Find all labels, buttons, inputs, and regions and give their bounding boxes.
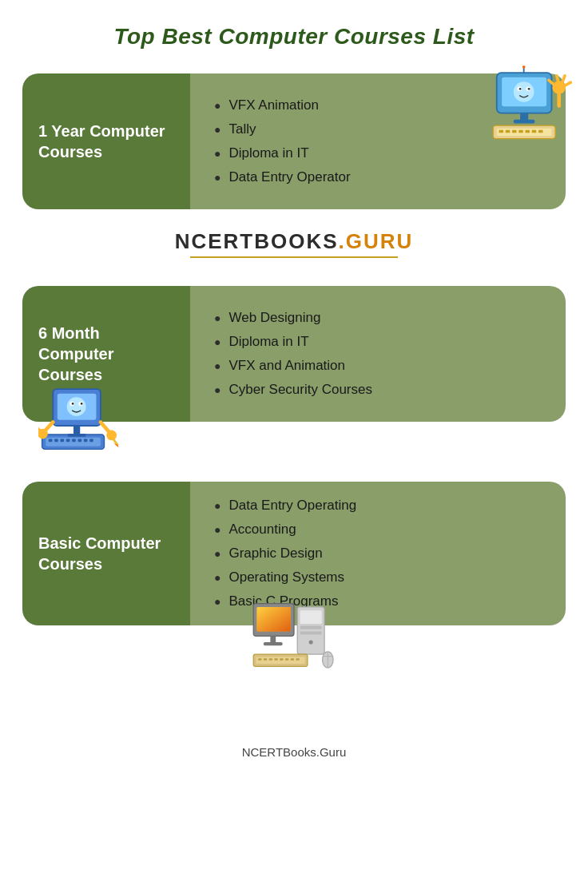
svg-rect-55 (300, 626, 322, 629)
card-right-6-month: Web Designing Diploma in IT VFX and Anim… (190, 286, 566, 422)
card-label-basic: Basic Computer Courses (38, 533, 174, 574)
svg-rect-33 (78, 439, 82, 442)
card-basic: Basic Computer Courses Data Entry Operat… (22, 482, 566, 625)
computer-icon-3 (250, 593, 338, 681)
brand-name: NCERTBOOKS (175, 229, 339, 253)
svg-rect-34 (84, 439, 88, 442)
svg-rect-56 (300, 631, 322, 634)
svg-rect-29 (54, 439, 58, 442)
svg-rect-71 (291, 658, 294, 661)
svg-rect-72 (296, 658, 300, 661)
svg-rect-12 (497, 129, 552, 136)
card-1-year: 1 Year Computer Courses VFX Animation Ta… (22, 73, 566, 209)
card-list-basic: Data Entry Operating Accounting Graphic … (214, 498, 550, 609)
svg-rect-9 (520, 113, 528, 121)
card-left-1-year: 1 Year Computer Courses (22, 73, 190, 209)
svg-rect-35 (89, 439, 93, 442)
svg-rect-66 (264, 658, 267, 661)
svg-rect-43 (74, 426, 80, 435)
svg-rect-17 (526, 130, 530, 133)
svg-point-50 (106, 430, 117, 440)
svg-rect-16 (518, 130, 522, 133)
card-label-6-month: 6 Month Computer Courses (38, 323, 174, 385)
card-left-basic: Basic Computer Courses (22, 482, 190, 625)
list-item: Diploma in IT (214, 145, 550, 161)
svg-point-38 (67, 397, 86, 416)
list-item: Graphic Design (214, 546, 550, 562)
brand-accent: .GURU (339, 229, 414, 253)
svg-rect-19 (538, 130, 542, 133)
svg-point-2 (514, 81, 534, 102)
svg-point-6 (528, 88, 530, 90)
list-item: Cyber Security Courses (214, 382, 550, 398)
svg-rect-10 (514, 120, 535, 124)
page-title: Top Best Computer Courses List (113, 24, 474, 50)
svg-rect-32 (72, 439, 76, 442)
svg-line-24 (562, 76, 565, 81)
svg-rect-30 (61, 439, 65, 442)
svg-rect-60 (256, 607, 290, 631)
svg-rect-13 (499, 130, 503, 133)
svg-rect-62 (264, 642, 283, 645)
svg-rect-18 (532, 130, 536, 133)
svg-rect-44 (68, 434, 86, 437)
svg-rect-28 (49, 439, 53, 442)
svg-rect-70 (285, 658, 288, 661)
svg-point-57 (309, 640, 313, 644)
svg-point-42 (81, 403, 83, 405)
svg-point-8 (522, 65, 526, 69)
card-list-6-month: Web Designing Diploma in IT VFX and Anim… (214, 310, 550, 398)
svg-rect-61 (270, 636, 276, 642)
svg-rect-31 (66, 439, 70, 442)
footer-text: NCERTBooks.Guru (242, 745, 347, 759)
svg-line-25 (566, 82, 570, 85)
svg-line-23 (557, 76, 558, 81)
svg-rect-68 (274, 658, 277, 661)
list-item: Operating Systems (214, 569, 550, 585)
svg-rect-69 (280, 658, 283, 661)
list-item: Data Entry Operating (214, 498, 550, 514)
svg-rect-15 (512, 130, 516, 133)
card-6-month: 6 Month Computer Courses Web Designing D… (22, 286, 566, 422)
card-label-1-year: 1 Year Computer Courses (38, 121, 174, 162)
list-item: Accounting (214, 522, 550, 538)
card-right-basic: Data Entry Operating Accounting Graphic … (190, 482, 566, 625)
svg-point-41 (72, 403, 74, 405)
computer-icon-2 (38, 382, 126, 462)
list-item: Web Designing (214, 310, 550, 326)
computer-icon-1 (486, 65, 574, 145)
brand-text: NCERTBOOKS.GURU (175, 229, 414, 253)
list-item: VFX and Animation (214, 358, 550, 374)
svg-line-47 (38, 427, 40, 431)
list-item: Diploma in IT (214, 334, 550, 350)
svg-rect-54 (300, 610, 322, 624)
svg-point-5 (519, 88, 522, 90)
svg-rect-14 (506, 130, 510, 133)
svg-rect-67 (269, 658, 272, 661)
svg-rect-65 (258, 658, 261, 661)
list-item: Data Entry Operator (214, 169, 550, 185)
brand-divider: NCERTBOOKS.GURU (22, 229, 566, 254)
